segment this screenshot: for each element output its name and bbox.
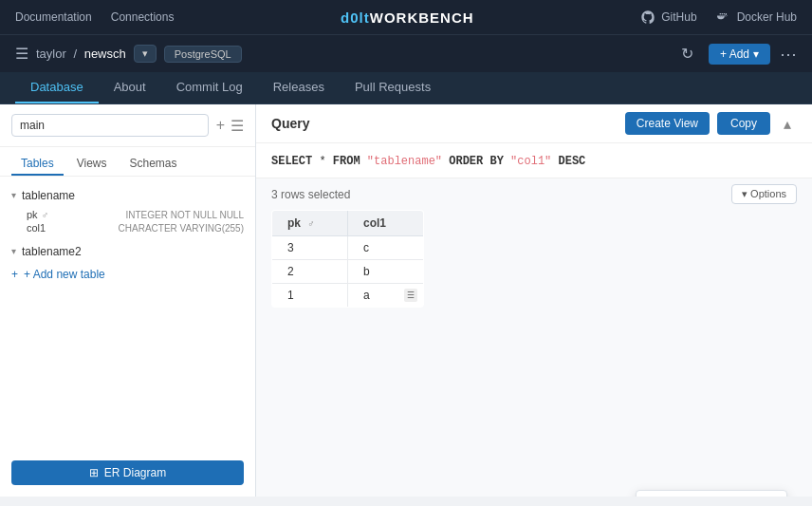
sidebar-tab-schemas[interactable]: Schemas (120, 153, 186, 176)
repo-name[interactable]: newsch (84, 47, 126, 61)
more-options-icon[interactable]: ⋯ (780, 44, 797, 65)
table-row: 2 b (272, 260, 424, 284)
repo-header-right: ↻ + Add ▾ ⋯ (675, 43, 797, 65)
results-table-wrapper: pk ♂ col1 3 c 2 b (256, 210, 812, 497)
sidebar-tabs: Tables Views Schemas (0, 147, 255, 177)
path-slash: / (73, 47, 80, 61)
sql-select: SELECT (271, 155, 312, 168)
table-group-name-tablename: ▾ tablename (11, 189, 75, 202)
add-table-label: + Add new table (24, 268, 105, 281)
play-table-icon[interactable]: ▶ (234, 188, 244, 202)
table-row: 1 a ☰ (272, 284, 424, 308)
top-nav: Documentation Connections d0lt WORKBENCH… (0, 0, 812, 34)
docker-icon (716, 9, 731, 25)
query-sql: SELECT * FROM "tablename" ORDER BY "col1… (256, 143, 812, 178)
repo-header-left: ☰ taylor / newsch ▾ PostgreSQL (15, 45, 242, 63)
cell-pk-3[interactable]: 1 (272, 284, 348, 308)
repo-owner[interactable]: taylor (36, 47, 66, 61)
documentation-link[interactable]: Documentation (15, 10, 92, 24)
sidebar-footer: ⊞ ER Diagram (0, 453, 255, 497)
search-input[interactable] (11, 114, 209, 137)
er-label: ER Diagram (104, 466, 166, 479)
play-table2-icon[interactable]: ▶ (234, 244, 244, 258)
tab-database[interactable]: Database (15, 72, 99, 103)
field-row-col1: col1 CHARACTER VARYING(255) (27, 221, 244, 234)
options-button[interactable]: ▾ Options (731, 184, 797, 204)
col-header-pk: pk ♂ (272, 211, 348, 236)
sql-star: * (319, 155, 332, 168)
edit-table2-icon[interactable]: ✎ (218, 244, 229, 258)
sql-from: FROM (333, 155, 360, 168)
er-icon: ⊞ (89, 466, 99, 479)
brand-name: d0lt (341, 9, 370, 26)
chevron-down-icon: ▾ (11, 190, 16, 200)
tablename2-label: tablename2 (22, 245, 82, 258)
add-table-link[interactable]: + + Add new table (0, 262, 255, 287)
rows-selected-label: 3 rows selected (271, 188, 350, 201)
results-table: pk ♂ col1 3 c 2 b (271, 210, 424, 308)
table-group-header-tablename[interactable]: ▾ tablename ✎ ▶ (0, 184, 255, 206)
cell-pk-2[interactable]: 2 (272, 260, 348, 284)
sidebar-tab-tables[interactable]: Tables (11, 153, 64, 176)
cell-col1-3[interactable]: a ☰ (348, 284, 424, 308)
collapse-button[interactable]: ▴ (778, 113, 797, 135)
list-icon[interactable]: ☰ (231, 117, 244, 135)
sidebar-tab-views[interactable]: Views (67, 153, 117, 176)
db-type-badge: PostgreSQL (164, 46, 242, 63)
query-header: Query Create View Copy ▴ (256, 104, 812, 143)
tab-releases[interactable]: Releases (258, 72, 340, 103)
tab-commit-log[interactable]: Commit Log (161, 72, 258, 103)
add-chevron-icon: ▾ (753, 47, 759, 61)
hamburger-icon[interactable]: ☰ (15, 45, 28, 63)
connections-link[interactable]: Connections (111, 10, 175, 24)
cell-col1-1[interactable]: c (348, 236, 424, 260)
field-type-pk: INTEGER NOT NULL NULL (126, 210, 244, 220)
github-label: GitHub (661, 10, 696, 24)
sql-desc: DESC (559, 155, 586, 168)
top-nav-left: Documentation Connections (15, 10, 174, 24)
col-header-col1: col1 (348, 211, 424, 236)
sidebar-search-area: + ☰ (0, 104, 255, 147)
refresh-button[interactable]: ↻ (675, 43, 699, 65)
sidebar-search-icons: + ☰ (216, 117, 244, 135)
tab-about[interactable]: About (99, 72, 161, 103)
er-diagram-button[interactable]: ⊞ ER Diagram (11, 460, 244, 485)
table-group-tablename2: ▾ tablename2 ✎ ▶ (0, 240, 255, 262)
sql-col: "col1" (510, 155, 558, 168)
tablename-label: tablename (22, 189, 75, 202)
table-row: 3 c (272, 236, 424, 260)
context-menu-copy-value[interactable]: Copy Value (637, 495, 786, 497)
cell-pk-1[interactable]: 3 (272, 236, 348, 260)
edit-table-icon[interactable]: ✎ (218, 188, 229, 202)
sql-orderby: ORDER BY (449, 155, 504, 168)
results-bar: 3 rows selected ▾ Options (256, 178, 812, 210)
repo-header: ☰ taylor / newsch ▾ PostgreSQL ↻ + Add ▾… (0, 34, 812, 72)
top-nav-right: GitHub Docker Hub (640, 9, 797, 25)
plus-icon[interactable]: + (216, 117, 225, 135)
brand: d0lt WORKBENCH (341, 9, 474, 26)
query-header-actions: Create View Copy ▴ (625, 112, 797, 135)
repo-dropdown[interactable]: ▾ (134, 45, 157, 63)
field-name-col1: col1 (27, 222, 46, 234)
cell-col1-2[interactable]: b (348, 260, 424, 284)
cell-menu-icon[interactable]: ☰ (404, 289, 417, 302)
docker-link[interactable]: Docker Hub (716, 9, 797, 25)
table-group-header-tablename2[interactable]: ▾ tablename2 ✎ ▶ (0, 240, 255, 262)
create-view-button[interactable]: Create View (625, 112, 710, 135)
col1-label: col1 (27, 222, 46, 234)
tab-pull-requests[interactable]: Pull Requests (340, 72, 446, 103)
sidebar: + ☰ Tables Views Schemas ▾ tablename (0, 104, 256, 497)
copy-button[interactable]: Copy (717, 112, 770, 135)
repo-path: taylor / newsch (36, 47, 126, 61)
sql-table: "tablename" (367, 155, 449, 168)
pk-col-icon: ♂ (307, 218, 315, 229)
table-group-tablename: ▾ tablename ✎ ▶ pk ♂ INTEGER NOT NUL (0, 184, 255, 240)
add-table-icon: + (11, 268, 18, 281)
docker-label: Docker Hub (737, 10, 797, 24)
main-layout: + ☰ Tables Views Schemas ▾ tablename (0, 104, 812, 497)
field-row-pk: pk ♂ INTEGER NOT NULL NULL (27, 208, 244, 221)
github-link[interactable]: GitHub (640, 9, 696, 25)
add-button[interactable]: + Add ▾ (709, 44, 770, 65)
github-icon (640, 9, 655, 25)
query-title: Query (271, 116, 309, 131)
